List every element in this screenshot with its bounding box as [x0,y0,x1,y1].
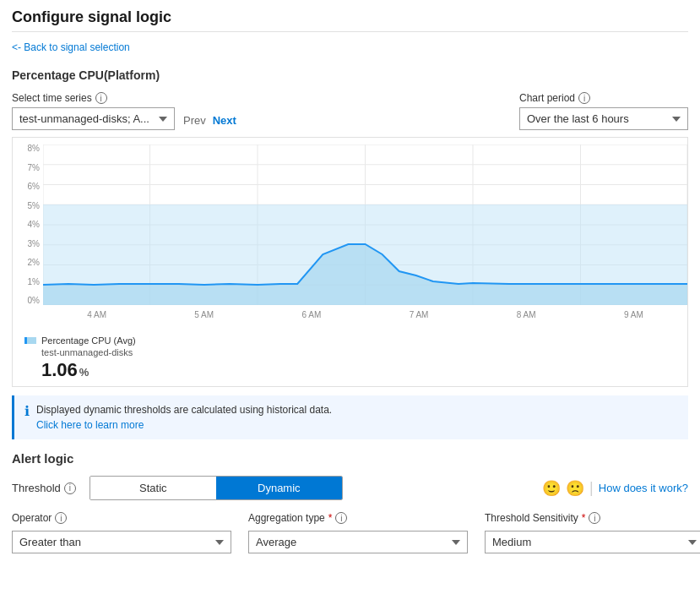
threshold-label: Threshold i [12,482,76,494]
aggregation-info-icon[interactable]: i [335,512,347,524]
x-label-4am: 4 AM [87,310,106,319]
sensitivity-group: Threshold Sensitivity * i Medium [485,512,700,553]
legend-value-number: 1.06 [41,359,78,381]
info-banner-text: Displayed dynamic thresholds are calcula… [36,402,332,433]
legend-color-block [24,337,36,344]
y-label-3: 3% [13,240,40,248]
x-axis: 4 AM 5 AM 6 AM 7 AM 8 AM 9 AM [43,307,687,330]
operator-label: Operator i [12,512,231,524]
sad-icon[interactable]: 🙁 [566,479,584,498]
aggregation-group: Aggregation type * i Average [248,512,468,553]
x-label-6am: 6 AM [301,310,321,319]
x-label-7am: 7 AM [410,310,429,319]
operator-info-icon[interactable]: i [55,512,67,524]
operator-row: Operator i Greater than Aggregation type… [12,512,688,553]
info-banner-icon: ℹ [24,403,30,419]
happy-icon[interactable]: 🙂 [542,479,561,498]
alert-logic-title: Alert logic [12,451,688,466]
chart-container: 8% 7% 6% 5% 4% 3% 2% 1% 0% [12,137,688,387]
x-label-9am: 9 AM [624,310,643,319]
back-to-signal-link[interactable]: <- Back to signal selection [12,41,130,53]
static-toggle[interactable]: Static [90,477,216,499]
y-label-4: 4% [13,221,40,229]
info-banner-message: Displayed dynamic thresholds are calcula… [36,404,332,416]
chart-period-info-icon[interactable]: i [578,92,590,104]
page-title: Configure signal logic [12,8,688,32]
y-label-5: 5% [13,202,40,210]
time-series-label: Select time series i [12,92,236,104]
chart-legend: Percentage CPU (Avg) test-unmanaged-disk… [13,330,687,386]
legend-value-unit: % [79,366,90,379]
y-label-2: 2% [13,259,40,267]
operator-group: Operator i Greater than [12,512,231,553]
sensitivity-info-icon[interactable]: i [589,512,600,524]
time-series-select[interactable]: test-unmanaged-disks; A... [12,107,175,130]
legend-row: Percentage CPU (Avg) [24,335,676,346]
y-label-0: 0% [13,297,40,305]
prev-button[interactable]: Prev [183,114,206,127]
sensitivity-label: Threshold Sensitivity * i [485,512,700,524]
chart-period-label: Chart period i [519,92,688,104]
sensitivity-select[interactable]: Medium [485,531,700,553]
signal-name: Percentage CPU(Platform) [12,68,688,82]
chart-area: 8% 7% 6% 5% 4% 3% 2% 1% 0% [13,144,687,330]
threshold-info-icon[interactable]: i [64,482,76,494]
info-banner: ℹ Displayed dynamic thresholds are calcu… [12,395,688,439]
feedback-area: 🙂 🙁 | How does it work? [542,479,688,498]
y-label-7: 7% [13,164,40,172]
y-label-6: 6% [13,183,40,191]
next-button[interactable]: Next [213,114,236,127]
legend-value: 1.06 % [41,359,676,381]
legend-title: Percentage CPU (Avg) [41,335,136,346]
x-label-5am: 5 AM [194,310,214,319]
time-series-info-icon[interactable]: i [95,92,107,104]
legend-subtitle: test-unmanaged-disks [41,347,676,357]
dynamic-toggle[interactable]: Dynamic [216,477,342,499]
y-label-1: 1% [13,278,40,286]
operator-select[interactable]: Greater than [12,531,231,553]
alert-logic-section: Alert logic Threshold i Static Dynamic 🙂… [12,451,688,553]
threshold-toggle-group: Static Dynamic [90,476,343,500]
y-label-8: 8% [13,144,40,153]
x-label-8am: 8 AM [517,310,536,319]
chart-svg [43,144,687,305]
info-banner-learn-more[interactable]: Click here to learn more [36,419,144,431]
threshold-row: Threshold i Static Dynamic 🙂 🙁 | How doe… [12,476,688,500]
chart-period-select[interactable]: Over the last 6 hours [519,107,688,130]
y-axis: 8% 7% 6% 5% 4% 3% 2% 1% 0% [13,144,43,305]
how-does-it-work-link[interactable]: How does it work? [599,482,688,494]
aggregation-label: Aggregation type * i [248,512,468,524]
aggregation-select[interactable]: Average [248,531,468,553]
